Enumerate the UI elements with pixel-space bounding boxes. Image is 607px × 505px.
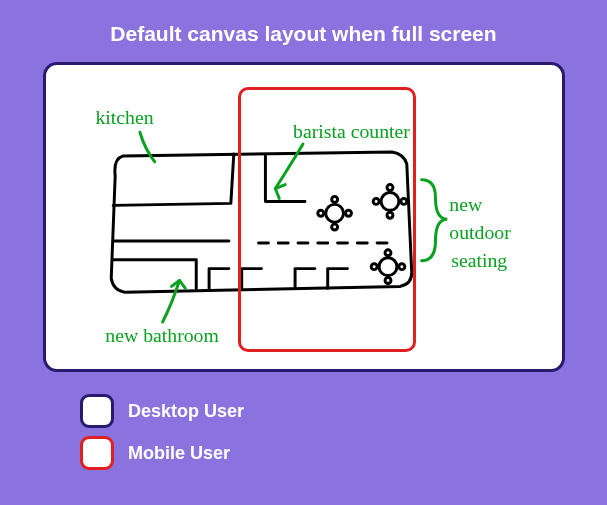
annotation-outdoor-3: seating (451, 249, 507, 271)
diagram-title: Default canvas layout when full screen (42, 22, 565, 46)
legend-label-desktop: Desktop User (128, 401, 244, 422)
legend: Desktop User Mobile User (80, 394, 565, 470)
annotation-bathroom: new bathroom (105, 324, 219, 346)
desktop-viewport-frame: kitchen barista counter new bathroom new… (43, 62, 565, 372)
annotation-outdoor-1: new (449, 193, 483, 215)
mobile-viewport-frame (238, 87, 416, 352)
legend-row-mobile: Mobile User (80, 436, 565, 470)
annotation-outdoor-2: outdoor (449, 221, 511, 243)
legend-label-mobile: Mobile User (128, 443, 230, 464)
legend-swatch-desktop (80, 394, 114, 428)
annotation-kitchen: kitchen (95, 106, 153, 128)
legend-row-desktop: Desktop User (80, 394, 565, 428)
legend-swatch-mobile (80, 436, 114, 470)
